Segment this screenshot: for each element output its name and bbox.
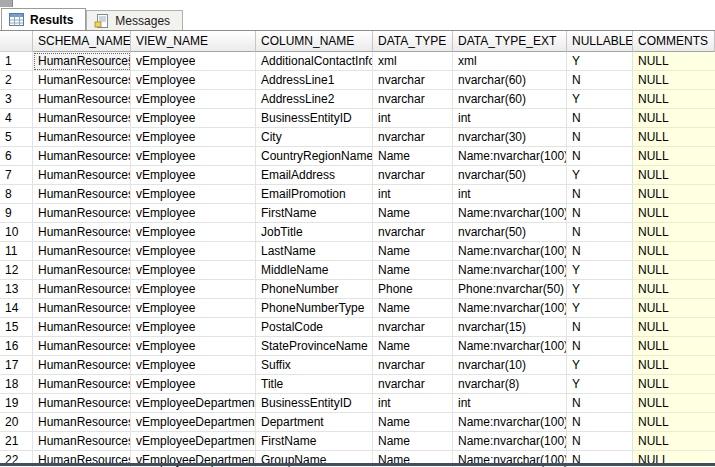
cell-data-type[interactable]: nvarchar <box>373 128 453 147</box>
cell-data-type[interactable]: int <box>373 394 453 413</box>
cell-nullable[interactable]: N <box>567 337 633 356</box>
cell-schema-name[interactable]: HumanResources <box>33 166 131 185</box>
cell-column-name[interactable]: JobTitle <box>256 223 373 242</box>
cell-data-type-ext[interactable]: int <box>453 185 567 204</box>
row-number[interactable]: 10 <box>0 223 33 242</box>
cell-view-name[interactable]: vEmployee <box>131 242 256 261</box>
cell-comments[interactable]: NULL <box>633 413 715 432</box>
tab-messages[interactable]: Messages <box>86 10 183 30</box>
cell-column-name[interactable]: Title <box>256 375 373 394</box>
cell-comments[interactable]: NULL <box>633 261 715 280</box>
column-header-data-type-ext[interactable]: DATA_TYPE_EXT <box>453 31 567 52</box>
row-number[interactable]: 1 <box>0 52 33 71</box>
cell-data-type[interactable]: nvarchar <box>373 90 453 109</box>
cell-data-type-ext[interactable]: Name:nvarchar(100) <box>453 147 567 166</box>
cell-comments[interactable]: NULL <box>633 223 715 242</box>
cell-schema-name[interactable]: HumanResources <box>33 147 131 166</box>
row-number[interactable]: 21 <box>0 432 33 451</box>
cell-data-type[interactable]: Name <box>373 204 453 223</box>
cell-schema-name[interactable]: HumanResources <box>33 52 131 71</box>
cell-data-type[interactable]: nvarchar <box>373 318 453 337</box>
cell-data-type[interactable]: Name <box>373 432 453 451</box>
cell-column-name[interactable]: PhoneNumberType <box>256 299 373 318</box>
cell-nullable[interactable]: N <box>567 71 633 90</box>
tab-results[interactable]: Results <box>1 8 86 30</box>
cell-nullable[interactable]: Y <box>567 280 633 299</box>
row-number[interactable]: 9 <box>0 204 33 223</box>
cell-schema-name[interactable]: HumanResources <box>33 413 131 432</box>
column-header-comments[interactable]: COMMENTS <box>633 31 715 52</box>
cell-schema-name[interactable]: HumanResources <box>33 71 131 90</box>
cell-data-type-ext[interactable]: Phone:nvarchar(50) <box>453 280 567 299</box>
row-number[interactable]: 7 <box>0 166 33 185</box>
cell-data-type[interactable]: nvarchar <box>373 375 453 394</box>
row-number[interactable]: 11 <box>0 242 33 261</box>
row-number[interactable]: 3 <box>0 90 33 109</box>
cell-nullable[interactable]: N <box>567 109 633 128</box>
column-header-column-name[interactable]: COLUMN_NAME <box>256 31 373 52</box>
cell-data-type[interactable]: Name <box>373 413 453 432</box>
cell-data-type-ext[interactable]: xml <box>453 52 567 71</box>
row-number[interactable]: 12 <box>0 261 33 280</box>
cell-data-type[interactable]: Name <box>373 337 453 356</box>
cell-nullable[interactable]: N <box>567 223 633 242</box>
row-number[interactable]: 5 <box>0 128 33 147</box>
cell-data-type-ext[interactable]: Name:nvarchar(100) <box>453 337 567 356</box>
cell-data-type-ext[interactable]: Name:nvarchar(100) <box>453 261 567 280</box>
cell-column-name[interactable]: AddressLine2 <box>256 90 373 109</box>
cell-data-type-ext[interactable]: nvarchar(50) <box>453 223 567 242</box>
cell-schema-name[interactable]: HumanResources <box>33 432 131 451</box>
cell-data-type-ext[interactable]: int <box>453 394 567 413</box>
cell-nullable[interactable]: Y <box>567 166 633 185</box>
cell-comments[interactable]: NULL <box>633 185 715 204</box>
cell-nullable[interactable]: N <box>567 318 633 337</box>
cell-schema-name[interactable]: HumanResources <box>33 261 131 280</box>
cell-data-type[interactable]: Name <box>373 147 453 166</box>
cell-comments[interactable]: NULL <box>633 204 715 223</box>
cell-view-name[interactable]: vEmployee <box>131 261 256 280</box>
cell-schema-name[interactable]: HumanResources <box>33 375 131 394</box>
cell-view-name[interactable]: vEmployee <box>131 90 256 109</box>
cell-column-name[interactable]: FirstName <box>256 432 373 451</box>
cell-data-type[interactable]: Name <box>373 242 453 261</box>
cell-view-name[interactable]: vEmployee <box>131 318 256 337</box>
cell-schema-name[interactable]: HumanResources <box>33 223 131 242</box>
cell-data-type-ext[interactable]: nvarchar(8) <box>453 375 567 394</box>
cell-schema-name[interactable]: HumanResources <box>33 337 131 356</box>
cell-view-name[interactable]: vEmployeeDepartment <box>131 394 256 413</box>
cell-column-name[interactable]: PostalCode <box>256 318 373 337</box>
cell-view-name[interactable]: vEmployee <box>131 185 256 204</box>
cell-view-name[interactable]: vEmployee <box>131 128 256 147</box>
column-header-data-type[interactable]: DATA_TYPE <box>373 31 453 52</box>
cell-data-type[interactable]: nvarchar <box>373 356 453 375</box>
cell-view-name[interactable]: vEmployee <box>131 166 256 185</box>
cell-data-type[interactable]: int <box>373 185 453 204</box>
cell-data-type[interactable]: int <box>373 109 453 128</box>
cell-schema-name[interactable]: HumanResources <box>33 185 131 204</box>
cell-nullable[interactable]: N <box>567 432 633 451</box>
cell-nullable[interactable]: N <box>567 394 633 413</box>
cell-schema-name[interactable]: HumanResources <box>33 299 131 318</box>
cell-data-type-ext[interactable]: nvarchar(15) <box>453 318 567 337</box>
cell-data-type-ext[interactable]: nvarchar(50) <box>453 166 567 185</box>
cell-nullable[interactable]: N <box>567 147 633 166</box>
row-number[interactable]: 19 <box>0 394 33 413</box>
row-number[interactable]: 2 <box>0 71 33 90</box>
cell-column-name[interactable]: EmailAddress <box>256 166 373 185</box>
cell-schema-name[interactable]: HumanResources <box>33 394 131 413</box>
row-number[interactable]: 8 <box>0 185 33 204</box>
cell-data-type-ext[interactable]: nvarchar(30) <box>453 128 567 147</box>
cell-comments[interactable]: NULL <box>633 375 715 394</box>
cell-data-type-ext[interactable]: Name:nvarchar(100) <box>453 299 567 318</box>
cell-comments[interactable]: NULL <box>633 90 715 109</box>
cell-data-type-ext[interactable]: Name:nvarchar(100) <box>453 242 567 261</box>
cell-data-type[interactable]: Phone <box>373 280 453 299</box>
cell-nullable[interactable]: Y <box>567 375 633 394</box>
row-number[interactable]: 14 <box>0 299 33 318</box>
row-number[interactable]: 6 <box>0 147 33 166</box>
cell-column-name[interactable]: BusinessEntityID <box>256 109 373 128</box>
cell-view-name[interactable]: vEmployee <box>131 337 256 356</box>
row-number[interactable]: 18 <box>0 375 33 394</box>
cell-view-name[interactable]: vEmployee <box>131 223 256 242</box>
cell-data-type-ext[interactable]: int <box>453 109 567 128</box>
